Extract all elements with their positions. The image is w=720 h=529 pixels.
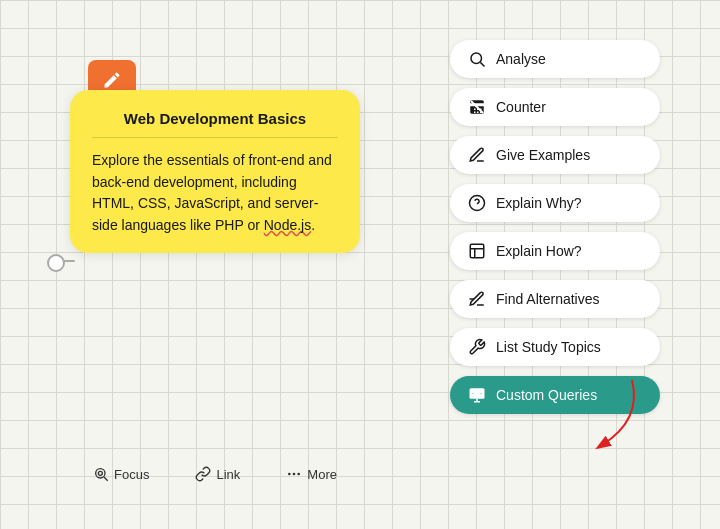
give-examples-label: Give Examples: [496, 147, 590, 163]
card-toolbar: Focus Link More: [70, 462, 360, 486]
counter-button[interactable]: Counter: [450, 88, 660, 126]
edit-icon: [102, 70, 122, 90]
focus-label: Focus: [114, 467, 149, 482]
explain-how-button[interactable]: Explain How?: [450, 232, 660, 270]
more-icon: [286, 466, 302, 482]
svg-point-6: [471, 53, 482, 64]
nodejs-text: Node.js: [264, 217, 311, 233]
pencil-icon: [468, 146, 486, 164]
svg-line-7: [480, 62, 484, 66]
custom-queries-button[interactable]: Custom Queries: [450, 376, 660, 414]
svg-point-3: [288, 473, 291, 476]
more-button[interactable]: More: [286, 466, 337, 482]
link-label: Link: [216, 467, 240, 482]
custom-queries-label: Custom Queries: [496, 387, 597, 403]
svg-line-1: [104, 477, 108, 481]
focus-button[interactable]: Focus: [93, 466, 149, 482]
card-title: Web Development Basics: [92, 110, 338, 127]
link-icon: [195, 466, 211, 482]
custom-queries-icon: [468, 386, 486, 404]
list-study-topics-label: List Study Topics: [496, 339, 601, 355]
canvas: Web Development Basics Explore the essen…: [0, 0, 720, 529]
svg-point-4: [293, 473, 296, 476]
wrench-icon: [468, 338, 486, 356]
link-button[interactable]: Link: [195, 466, 240, 482]
list-study-topics-button[interactable]: List Study Topics: [450, 328, 660, 366]
connector-line: [55, 260, 75, 262]
svg-point-2: [98, 471, 102, 475]
find-alternatives-label: Find Alternatives: [496, 291, 600, 307]
give-examples-button[interactable]: Give Examples: [450, 136, 660, 174]
question-icon: [468, 194, 486, 212]
svg-point-0: [96, 469, 105, 478]
explain-why-label: Explain Why?: [496, 195, 582, 211]
analyse-label: Analyse: [496, 51, 546, 67]
svg-rect-15: [470, 388, 485, 399]
focus-icon: [93, 466, 109, 482]
analyse-button[interactable]: Analyse: [450, 40, 660, 78]
alternatives-icon: [468, 290, 486, 308]
book-icon: [468, 242, 486, 260]
card-divider: [92, 137, 338, 138]
more-label: More: [307, 467, 337, 482]
svg-point-16: [473, 392, 476, 395]
topic-card: Web Development Basics Explore the essen…: [70, 90, 360, 253]
counter-icon: [468, 98, 486, 116]
find-alternatives-button[interactable]: Find Alternatives: [450, 280, 660, 318]
search-icon: [468, 50, 486, 68]
svg-point-5: [298, 473, 301, 476]
explain-how-label: Explain How?: [496, 243, 582, 259]
explain-why-button[interactable]: Explain Why?: [450, 184, 660, 222]
card-body: Explore the essentials of front-end and …: [92, 150, 338, 237]
svg-rect-11: [470, 244, 484, 258]
svg-point-17: [478, 392, 481, 395]
right-panel: Analyse Counter Give Examples Explain Wh…: [450, 40, 660, 414]
counter-label: Counter: [496, 99, 546, 115]
